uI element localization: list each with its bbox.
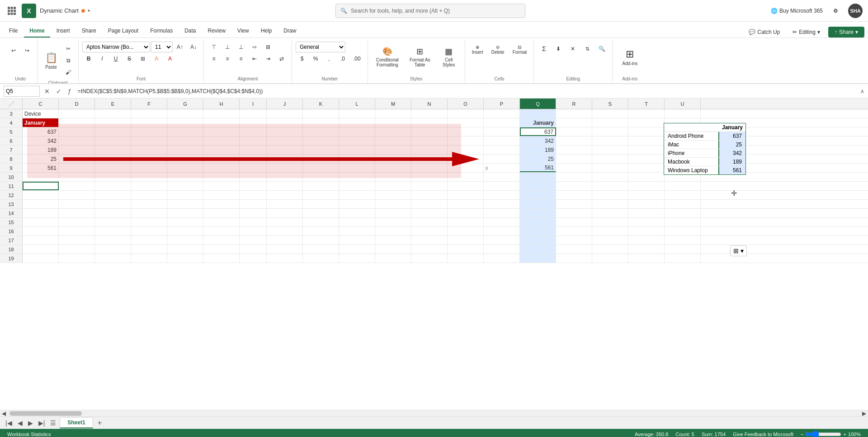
decrease-decimal-button[interactable]: .0: [336, 53, 349, 64]
cell-c3[interactable]: Device: [23, 109, 59, 118]
cell-e3[interactable]: [95, 109, 131, 118]
cell-j3[interactable]: [267, 109, 303, 118]
tab-help[interactable]: Help: [255, 25, 278, 38]
col-header-e[interactable]: E: [95, 99, 131, 109]
align-middle-button[interactable]: ⊥: [221, 42, 234, 52]
undo-button[interactable]: ↩: [7, 45, 20, 56]
cell-f9[interactable]: [131, 164, 167, 172]
row-number[interactable]: 11: [0, 182, 23, 190]
col-header-l[interactable]: L: [339, 99, 375, 109]
cell-n8[interactable]: [411, 155, 448, 163]
cell-q6[interactable]: 342: [520, 136, 556, 145]
format-as-table-button[interactable]: ⊞ Format AsTable: [406, 43, 434, 70]
tab-view[interactable]: View: [232, 25, 255, 38]
cell-e6[interactable]: [95, 136, 131, 145]
cell-t5[interactable]: [628, 127, 665, 136]
cell-u3[interactable]: [665, 109, 701, 118]
cell-c7[interactable]: 189: [23, 146, 59, 154]
cell-h8[interactable]: [203, 155, 240, 163]
row-number[interactable]: 16: [0, 227, 23, 235]
tab-draw[interactable]: Draw: [278, 25, 302, 38]
cell-n7[interactable]: [411, 146, 448, 154]
cell-k5[interactable]: [303, 127, 339, 136]
col-header-p[interactable]: P: [484, 99, 520, 109]
sheet-nav-last-button[interactable]: ▶|: [37, 418, 47, 428]
cell-q8[interactable]: 25: [520, 155, 556, 163]
cell-g5[interactable]: [167, 127, 203, 136]
buy-microsoft-button[interactable]: 🌐 Buy Microsoft 365: [771, 8, 823, 14]
cell-j9[interactable]: [267, 164, 303, 172]
tab-insert[interactable]: Insert: [51, 25, 75, 38]
cell-h5[interactable]: [203, 127, 240, 136]
cell-d4[interactable]: [59, 118, 95, 127]
cell-d9[interactable]: [59, 164, 95, 172]
cell-r4[interactable]: [556, 118, 592, 127]
cell-p7[interactable]: [484, 146, 520, 154]
align-center-button[interactable]: ≡: [221, 53, 234, 64]
cell-e8[interactable]: [95, 155, 131, 163]
cell-c10[interactable]: [23, 173, 59, 181]
cell-m8[interactable]: [375, 155, 411, 163]
tab-pagelayout[interactable]: Page Layout: [103, 25, 144, 38]
row-number[interactable]: 15: [0, 218, 23, 226]
borders-button[interactable]: ⊞: [137, 53, 149, 64]
col-header-o[interactable]: O: [448, 99, 484, 109]
increase-font-button[interactable]: A↑: [174, 42, 186, 52]
cell-t8[interactable]: [628, 155, 665, 163]
col-header-s[interactable]: S: [592, 99, 628, 109]
col-header-t[interactable]: T: [628, 99, 665, 109]
col-header-j[interactable]: J: [267, 99, 303, 109]
row-number[interactable]: 6: [0, 136, 23, 145]
cell-g7[interactable]: [167, 146, 203, 154]
cell-l4[interactable]: [339, 118, 375, 127]
sheet-nav-prev-button[interactable]: ◀: [16, 418, 24, 428]
cell-k7[interactable]: [303, 146, 339, 154]
tab-file[interactable]: File: [4, 25, 23, 38]
cell-j4[interactable]: [267, 118, 303, 127]
cell-f3[interactable]: [131, 109, 167, 118]
cell-q9[interactable]: 561: [520, 164, 556, 172]
scroll-thumb[interactable]: [9, 411, 82, 416]
formula-expand-button[interactable]: ∧: [860, 88, 864, 94]
cell-f7[interactable]: [131, 146, 167, 154]
cell-s8[interactable]: [592, 155, 628, 163]
row-number[interactable]: 14: [0, 209, 23, 217]
sort-filter-button[interactable]: ⇅: [581, 43, 594, 54]
cell-f8[interactable]: [131, 155, 167, 163]
cell-i3[interactable]: [240, 109, 267, 118]
percent-button[interactable]: %: [309, 53, 322, 64]
cell-i5[interactable]: [240, 127, 267, 136]
tab-review[interactable]: Review: [203, 25, 231, 38]
cell-m7[interactable]: [375, 146, 411, 154]
align-top-button[interactable]: ⊤: [208, 42, 220, 52]
col-header-c[interactable]: C: [23, 99, 59, 109]
feedback-button[interactable]: Give Feedback to Microsoft: [733, 432, 793, 437]
cell-s6[interactable]: [592, 136, 628, 145]
format-painter-button[interactable]: 🖌: [62, 67, 75, 78]
cell-m5[interactable]: [375, 127, 411, 136]
cell-l3[interactable]: [339, 109, 375, 118]
cell-l7[interactable]: [339, 146, 375, 154]
quick-analysis-button[interactable]: ⊞ ▾: [730, 245, 747, 256]
cell-r7[interactable]: [556, 146, 592, 154]
font-color-button[interactable]: A: [164, 53, 176, 64]
tab-home[interactable]: Home: [24, 25, 50, 38]
cell-p4[interactable]: [484, 118, 520, 127]
row-number[interactable]: 3: [0, 109, 23, 118]
cell-k9[interactable]: [303, 164, 339, 172]
col-header-m[interactable]: M: [375, 99, 411, 109]
copy-button[interactable]: ⧉: [62, 55, 75, 66]
cell-g3[interactable]: [167, 109, 203, 118]
cell-l8[interactable]: [339, 155, 375, 163]
cell-d6[interactable]: [59, 136, 95, 145]
sheet-nav-first-button[interactable]: |◀: [4, 418, 14, 428]
cell-m9[interactable]: [375, 164, 411, 172]
font-name-select[interactable]: Aptos Narrow (Bo...: [82, 42, 150, 52]
paste-button[interactable]: 📋 Paste: [41, 47, 61, 74]
cell-j6[interactable]: [267, 136, 303, 145]
cell-k8[interactable]: [303, 155, 339, 163]
cell-p5[interactable]: [484, 127, 520, 136]
cell-q5[interactable]: 637: [520, 127, 556, 136]
decrease-indent-button[interactable]: ⇤: [248, 53, 261, 64]
cell-g4[interactable]: [167, 118, 203, 127]
